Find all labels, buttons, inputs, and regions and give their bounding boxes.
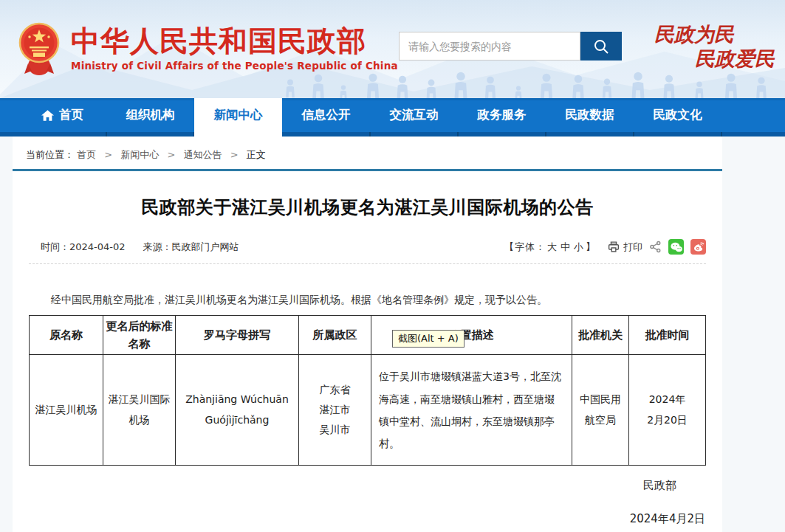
rename-table: 原名称 更名后的标准名称 罗马字母拼写 所属政区 位置描述 批准机关 批准时间 … bbox=[29, 315, 706, 466]
breadcrumb-separator: > bbox=[104, 149, 112, 160]
breadcrumb-divider bbox=[13, 169, 722, 171]
site-identity: 中华人民共和国民政部 Ministry of Civil Affairs of … bbox=[71, 25, 398, 72]
nav-item-label: 交流互动 bbox=[390, 107, 439, 123]
nav-item-label: 政务服务 bbox=[478, 107, 527, 123]
cell-pinyin: Zhànjiāng Wúchuān Guójìjīchǎng bbox=[176, 355, 299, 466]
nav-item-gov-services[interactable]: 政务服务 bbox=[458, 98, 546, 132]
article-meta-left: 时间：2024-04-02 来源：民政部门户网站 bbox=[29, 241, 239, 254]
cell-region: 广东省 湛江市 吴川市 bbox=[299, 355, 371, 466]
col-header-original-name: 原名称 bbox=[30, 316, 103, 355]
meta-time: 时间：2024-04-02 bbox=[41, 241, 126, 254]
wechat-icon bbox=[671, 242, 682, 252]
printer-icon bbox=[607, 241, 620, 253]
meta-time-value: 2024-04-02 bbox=[69, 241, 126, 252]
meta-source: 来源：民政部门户网站 bbox=[143, 241, 239, 254]
cell-approval-date: 2024年 2月20日 bbox=[629, 355, 706, 466]
cell-authority: 中国民用 航空局 bbox=[572, 355, 629, 466]
breadcrumb: 当前位置： 首页 > 新闻中心 > 通知公告 > 正文 bbox=[13, 137, 722, 169]
article-meta-row: 时间：2024-04-02 来源：民政部门户网站 【字体：大中小】 打印 bbox=[29, 239, 706, 264]
share-button[interactable] bbox=[649, 241, 662, 253]
share-icon bbox=[649, 241, 662, 253]
nav-item-label: 民政数据 bbox=[566, 107, 614, 123]
table-row: 湛江吴川机场 湛江吴川国际 机场 Zhànjiāng Wúchuān Guójì… bbox=[30, 355, 706, 466]
nav-item-info-disclosure[interactable]: 信息公开 bbox=[282, 98, 370, 132]
main-nav: 首页 组织机构 新闻中心 信息公开 交流互动 政务服务 民政数据 民政文化 bbox=[0, 98, 785, 137]
wechat-share-button[interactable] bbox=[668, 239, 684, 255]
slogan-calligraphy: 民政为民 民政爱民 bbox=[654, 22, 775, 71]
meta-time-label: 时间： bbox=[41, 241, 69, 252]
breadcrumb-item-home[interactable]: 首页 bbox=[77, 149, 96, 160]
screenshot-tooltip: 截图(Alt + A) bbox=[392, 330, 465, 348]
search-icon bbox=[592, 38, 610, 55]
font-size-prefix: 【字体： bbox=[504, 241, 546, 252]
nav-item-label: 组织机构 bbox=[126, 107, 175, 123]
content-card: 当前位置： 首页 > 新闻中心 > 通知公告 > 正文 民政部关于湛江吴川机场更… bbox=[13, 137, 722, 532]
search-bar bbox=[399, 32, 622, 61]
font-size-suffix: 】 bbox=[586, 241, 596, 252]
cell-original-name: 湛江吴川机场 bbox=[30, 355, 103, 466]
weibo-share-button[interactable] bbox=[690, 239, 706, 255]
article-body-paragraph: 经中国民用航空局批准，湛江吴川机场更名为湛江吴川国际机场。根据《地名管理条例》规… bbox=[29, 291, 706, 308]
meta-source-value: 民政部门户网站 bbox=[172, 241, 239, 252]
breadcrumb-item-news[interactable]: 新闻中心 bbox=[120, 149, 159, 160]
nav-item-news[interactable]: 新闻中心 bbox=[194, 98, 282, 137]
nav-item-civil-culture[interactable]: 民政文化 bbox=[634, 98, 721, 132]
nav-item-interaction[interactable]: 交流互动 bbox=[370, 98, 458, 132]
col-header-approval-date: 批准时间 bbox=[629, 316, 706, 355]
font-size-small-button[interactable]: 小 bbox=[574, 241, 584, 252]
article-meta-right: 【字体：大中小】 打印 bbox=[504, 239, 706, 255]
cell-location: 位于吴川市塘㙍镇湛蓝大道3号，北至沈海高速，南至塘㙍镇山雅村，西至塘㙍镇中堂村、… bbox=[371, 355, 572, 466]
meta-source-label: 来源： bbox=[143, 241, 172, 252]
nav-item-civil-data[interactable]: 民政数据 bbox=[546, 98, 634, 132]
breadcrumb-separator: > bbox=[230, 149, 239, 160]
nav-item-label: 新闻中心 bbox=[214, 107, 263, 123]
cell-new-name: 湛江吴川国际 机场 bbox=[103, 355, 176, 466]
breadcrumb-label: 当前位置： bbox=[26, 149, 74, 160]
slogan-line1: 民政为民 bbox=[654, 22, 775, 46]
article: 民政部关于湛江吴川机场更名为湛江吴川国际机场的公告 时间：2024-04-02 … bbox=[13, 196, 722, 526]
font-size-large-button[interactable]: 大 bbox=[547, 241, 558, 252]
nav-item-home[interactable]: 首页 bbox=[18, 98, 106, 132]
breadcrumb-item-notices[interactable]: 通知公告 bbox=[184, 149, 222, 160]
slogan-line2: 民政爱民 bbox=[654, 46, 775, 71]
article-title: 民政部关于湛江吴川机场更名为湛江吴川国际机场的公告 bbox=[29, 196, 706, 219]
font-size-medium-button[interactable]: 中 bbox=[561, 241, 571, 252]
breadcrumb-item-current: 正文 bbox=[247, 149, 266, 160]
print-button[interactable]: 打印 bbox=[607, 241, 642, 254]
col-header-pinyin: 罗马字母拼写 bbox=[176, 316, 299, 355]
nav-item-organization[interactable]: 组织机构 bbox=[106, 98, 194, 132]
site-banner: 中华人民共和国民政部 Ministry of Civil Affairs of … bbox=[0, 0, 785, 98]
font-size-control: 【字体：大中小】 bbox=[504, 241, 596, 254]
table-header-row: 原名称 更名后的标准名称 罗马字母拼写 所属政区 位置描述 批准机关 批准时间 bbox=[30, 316, 706, 355]
col-header-new-name: 更名后的标准名称 bbox=[103, 316, 176, 355]
search-input[interactable] bbox=[399, 32, 580, 61]
home-icon bbox=[41, 110, 54, 121]
signature-date: 2024年4月2日 bbox=[29, 512, 706, 526]
national-emblem-logo bbox=[18, 19, 60, 78]
nav-item-label: 首页 bbox=[59, 107, 83, 123]
site-title: 中华人民共和国民政部 bbox=[71, 25, 398, 58]
site-subtitle: Ministry of Civil Affairs of the People'… bbox=[71, 60, 398, 72]
breadcrumb-separator: > bbox=[167, 149, 175, 160]
weibo-icon bbox=[693, 241, 705, 252]
search-button[interactable] bbox=[580, 32, 622, 61]
col-header-region: 所属政区 bbox=[299, 316, 371, 355]
nav-item-label: 民政文化 bbox=[654, 107, 702, 123]
signature: 民政部 bbox=[29, 479, 706, 493]
nav-item-label: 信息公开 bbox=[302, 107, 351, 123]
print-label: 打印 bbox=[623, 241, 642, 254]
col-header-authority: 批准机关 bbox=[572, 316, 629, 355]
